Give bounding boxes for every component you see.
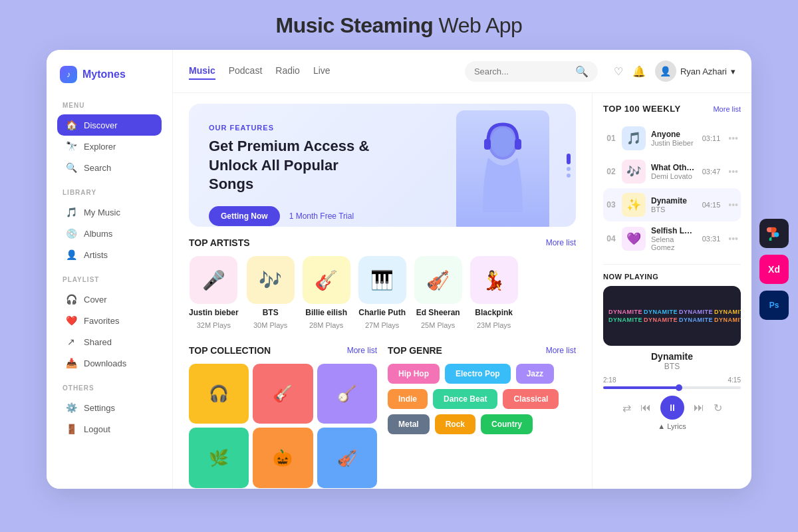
sidebar-item-search[interactable]: 🔍 Search [57,157,162,178]
getting-now-button[interactable]: Getting Now [209,206,280,226]
track-thumbnail: 💜 [622,227,646,251]
sidebar-item-label: Cover [84,295,107,305]
sidebar-item-shared[interactable]: ↗ Shared [57,331,162,352]
progress-thumb [676,384,682,391]
shuffle-button[interactable]: ⇄ [622,402,631,414]
sidebar-item-logout[interactable]: 🚪 Logout [57,418,162,440]
progress-times: 2:18 4:15 [603,376,741,384]
track-artist: Justin Bieber [651,139,697,147]
artist-card[interactable]: 🎹 Charlie Puth 27M Plays [358,256,406,329]
top-genre-more[interactable]: More list [546,346,576,355]
artist-name: Justin bieber [189,308,239,317]
collection-item[interactable]: 🪕 [317,364,377,424]
sidebar-item-downloads[interactable]: 📥 Downloads [57,352,162,374]
progress-bar[interactable] [603,386,741,389]
top-collection-section: TOP COLLECTION More list 🎧🎸🪕🌿🎃🎻 [189,334,377,488]
genre-tag[interactable]: Dance Beat [433,389,497,409]
track-options-icon[interactable]: ••• [728,166,738,177]
nav-link-live[interactable]: Live [313,63,331,80]
genre-tag[interactable]: Metal [388,414,430,434]
sidebar-item-albums[interactable]: 💿 Albums [57,223,162,244]
avatar: 👤 [655,61,676,82]
svg-rect-3 [515,139,521,150]
track-options-icon[interactable]: ••• [728,200,738,210]
sidebar-item-settings[interactable]: ⚙️ Settings [57,397,162,418]
track-item[interactable]: 02 🎶 What Other Peop... Demi Lovato 03:4… [603,155,741,188]
now-playing-label: NOW PLAYING [603,273,741,281]
artist-card[interactable]: 🎶 BTS 30M Plays [247,256,295,329]
collection-item[interactable]: 🌿 [189,428,249,487]
track-options-icon[interactable]: ••• [728,133,738,144]
xd-icon[interactable]: Xd [759,255,789,284]
free-trial-button[interactable]: 1 Month Free Trial [289,211,354,221]
nav-link-music[interactable]: Music [189,63,215,80]
top-artists-more[interactable]: More list [546,238,576,247]
play-pause-button[interactable]: ⏸ [660,396,684,420]
genre-tag[interactable]: Country [481,414,533,434]
top-genre-header: TOP GENRE More list [388,345,576,356]
next-button[interactable]: ⏭ [694,402,704,414]
top100-title: TOP 100 WEEKLY [603,104,681,114]
sidebar-item-mymusic[interactable]: 🎵 My Music [57,201,162,223]
nav-link-podcast[interactable]: Podcast [229,63,263,80]
now-playing-artist: BTS [603,362,741,371]
genre-tags: Hip HopElectro PopJazzIndieDance BeatCla… [388,364,576,434]
sidebar-item-label: Search [84,163,111,173]
genre-tag[interactable]: Indie [388,389,428,409]
artist-plays: 25M Plays [421,321,455,329]
top-collection-more[interactable]: More list [347,346,377,355]
photoshop-icon[interactable]: Ps [759,291,789,320]
others-section-label: OTHERS [63,384,162,392]
genre-tag[interactable]: Electro Pop [445,364,511,384]
search-input[interactable] [474,66,571,76]
bell-icon[interactable]: 🔔 [632,65,646,78]
figma-icon[interactable] [759,219,789,248]
explorer-icon: 🔭 [65,141,77,152]
top100-more[interactable]: More list [713,105,741,113]
lyrics-button[interactable]: ▲ Lyrics [603,422,741,430]
artist-name: Ed Sheeran [416,308,460,317]
genre-tag[interactable]: Rock [435,414,475,434]
user-info[interactable]: 👤 Ryan Azhari ▾ [655,61,735,82]
app-container: ♪ Mytones MENU 🏠 Discover 🔭 Explorer 🔍 S… [47,50,751,489]
track-item[interactable]: 04 💜 Selfish Love Selena Gomez 03:31 ••• [603,221,741,256]
sidebar-item-discover[interactable]: 🏠 Discover [57,114,162,136]
artist-card[interactable]: 🎸 Billie eilish 28M Plays [303,256,350,329]
collection-item[interactable]: 🎃 [253,428,313,487]
chevron-down-icon: ▾ [731,66,735,76]
now-playing-section: NOW PLAYING DYNAMITEDYNAMITEDYNAMITEDYNA… [603,264,741,430]
track-duration: 03:31 [702,235,721,243]
track-item[interactable]: 01 🎵 Anyone Justin Bieber 03:11 ••• [603,122,741,155]
collection-item[interactable]: 🎸 [253,364,313,424]
sidebar-item-favorites[interactable]: ❤️ Favorites [57,310,162,331]
collection-item[interactable]: 🎻 [317,428,377,487]
center-panel: OUR FEATURES Get Premium Access & Unlock… [173,93,592,489]
track-options-icon[interactable]: ••• [728,233,738,244]
collection-grid: 🎧🎸🪕🌿🎃🎻 [189,364,377,488]
collection-item[interactable]: 🎧 [189,364,249,424]
top-collection-header: TOP COLLECTION More list [189,345,377,356]
genre-tag[interactable]: Jazz [516,364,554,384]
genre-tag[interactable]: Classical [503,389,559,409]
settings-icon: ⚙️ [65,402,77,413]
repeat-button[interactable]: ↻ [714,402,722,414]
home-icon: 🏠 [65,120,77,130]
heart-nav-icon[interactable]: ♡ [614,65,623,78]
track-item[interactable]: 03 ✨ Dynamite BTS 04:15 ••• [603,188,741,221]
logo-text: Mytones [82,68,126,80]
artist-avatar: 🎸 [303,256,350,304]
sidebar-item-cover[interactable]: 🎧 Cover [57,289,162,310]
hero-dot-active [567,154,571,164]
nav-link-radio[interactable]: Radio [275,63,300,80]
prev-button[interactable]: ⏮ [640,402,651,414]
sidebar-item-artists[interactable]: 👤 Artists [57,244,162,265]
artist-avatar: 🎹 [358,256,406,304]
genre-tag[interactable]: Hip Hop [388,364,440,384]
artist-card[interactable]: 💃 Blackpink 23M Plays [470,256,518,329]
tool-icons: Xd Ps [759,219,789,320]
sidebar-item-explorer[interactable]: 🔭 Explorer [57,136,162,157]
artist-card[interactable]: 🎤 Justin bieber 32M Plays [189,256,239,329]
artist-card[interactable]: 🎻 Ed Sheeran 25M Plays [414,256,462,329]
top-artists-title: TOP ARTISTS [189,237,250,248]
sidebar-item-label: Logout [84,424,110,434]
